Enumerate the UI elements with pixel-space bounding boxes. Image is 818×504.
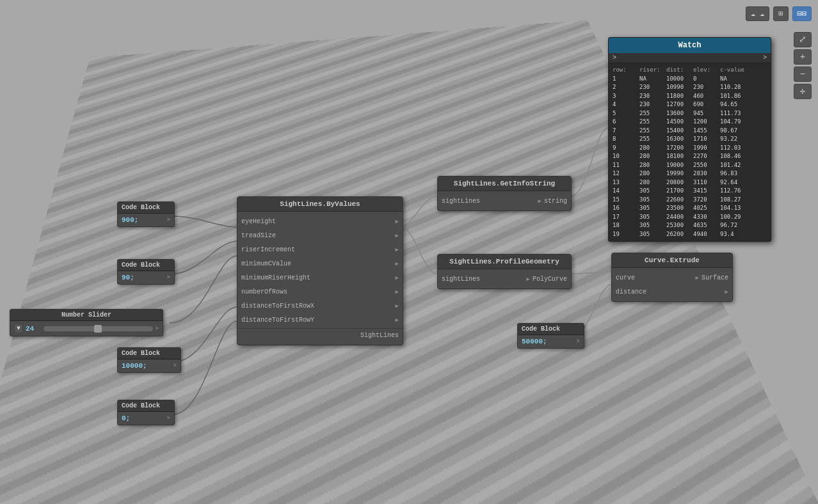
nav-minus-btn[interactable]: −	[794, 67, 812, 82]
watch-table-cell: 25300	[666, 221, 691, 230]
watch-table-header-row: row:riser:dist:elev:c-value	[613, 66, 767, 75]
code-block-90: Code Block 90; >	[117, 259, 175, 285]
watch-table-cell: 10990	[666, 83, 691, 92]
toolbar-screen-btn[interactable]: ⊟⊟	[792, 6, 812, 21]
watch-table: row:riser:dist:elev:c-value1NA100000NA22…	[609, 63, 771, 241]
port-label-riserIncrement: riserIncrement	[241, 246, 393, 253]
watch-table-cell: 280	[639, 169, 664, 178]
watch-table-cell: 92.64	[720, 178, 744, 187]
port-row-riserIncrement: riserIncrement ▶	[237, 242, 403, 256]
code-block-0: Code Block 0; >	[117, 400, 175, 425]
sightlines-profilegeometry-header: SightLines.ProfileGeometry	[438, 255, 571, 269]
sightlines-getinfostring-body: sightLines ▶ string	[438, 191, 571, 210]
code-block-0-header: Code Block	[118, 400, 174, 412]
nav-expand-btn[interactable]: ⤢	[794, 32, 812, 47]
port-out-surface: Surface	[702, 274, 728, 281]
port-row-distanceToFirstRowX: distanceToFirstRowX ▶	[237, 299, 403, 313]
watch-table-cell: 96.83	[720, 169, 744, 178]
watch-table-cell: 280	[639, 144, 664, 153]
watch-btn-left[interactable]: >	[613, 54, 616, 61]
watch-table-cell: 305	[639, 204, 664, 213]
port-label-minimumCValue: minimumCValue	[241, 260, 393, 267]
port-out-string: string	[544, 198, 567, 205]
watch-table-cell: 24400	[666, 213, 691, 222]
slider-thumb[interactable]	[94, 325, 102, 333]
code-block-90-value[interactable]: 90;	[122, 274, 134, 281]
toolbar-cloud-btn[interactable]: ☁ ☁	[746, 6, 770, 21]
watch-table-cell: 7	[613, 127, 637, 136]
watch-table-cell: 230	[639, 92, 664, 101]
watch-table-cell: 101.86	[720, 92, 744, 101]
watch-table-cell: 10	[613, 152, 637, 161]
curve-extrude-body: curve ▶ Surface distance ▶	[612, 268, 732, 301]
sightlines-profilegeometry-node: SightLines.ProfileGeometry sightLines ▶ …	[437, 254, 572, 289]
nav-cross-btn[interactable]: ✛	[794, 84, 812, 99]
watch-table-row: 9280172001990112.03	[613, 144, 767, 153]
watch-table-row: 525513600945111.73	[613, 109, 767, 118]
watch-table-cell: 1990	[693, 144, 718, 153]
watch-table-cell: 104.13	[720, 204, 744, 213]
watch-table-cell: 16	[613, 204, 637, 213]
code-block-10000-value[interactable]: 10000;	[122, 362, 147, 370]
sightlines-getinfostring-node: SightLines.GetInfoString sightLines ▶ st…	[437, 176, 572, 211]
watch-table-cell: 3	[613, 92, 637, 101]
watch-table-cell: 305	[639, 221, 664, 230]
number-slider[interactable]: Number Slider ▼ 24 >	[10, 309, 163, 336]
watch-table-cell: 305	[639, 187, 664, 196]
watch-table-cell: 111.73	[720, 109, 744, 118]
toolbar-top-right: ☁ ☁ ⊞ ⊟⊟	[746, 6, 812, 21]
watch-table-cell: 14	[613, 187, 637, 196]
watch-table-cell: 690	[693, 100, 718, 109]
port-label-minimumRiserHeight: minimumRiserHeight	[241, 274, 393, 281]
watch-header: Watch	[609, 38, 771, 53]
watch-table-cell: 1710	[693, 135, 718, 144]
watch-table-cell: 8	[613, 135, 637, 144]
port-label-numberOfRows: numberOfRows	[241, 288, 393, 295]
code-block-0-value[interactable]: 0;	[122, 414, 130, 422]
port-row-curve: curve ▶ Surface	[612, 271, 732, 285]
watch-table-cell: 230	[639, 100, 664, 109]
watch-table-cell: 3110	[693, 178, 718, 187]
watch-table-cell: 3720	[693, 196, 718, 205]
watch-table-cell: 255	[639, 118, 664, 127]
sightlines-byvalues-body: eyeHeight ▶ treadSize ▶ riserIncrement ▶…	[237, 212, 403, 345]
sightlines-profilegeometry-body: sightLines ▶ PolyCurve	[438, 269, 571, 288]
code-block-900-port: >	[167, 217, 170, 223]
watch-table-cell: 230	[693, 83, 718, 92]
code-block-50000-value[interactable]: 50000;	[522, 338, 547, 345]
nav-plus-btn[interactable]: +	[794, 49, 812, 65]
watch-table-cell: 108.27	[720, 196, 744, 205]
watch-table-cell: 5	[613, 109, 637, 118]
watch-table-cell: 20800	[666, 178, 691, 187]
watch-btn-right[interactable]: >	[763, 54, 767, 61]
watch-table-row: 42301270069094.65	[613, 100, 767, 109]
slider-dropdown[interactable]: ▼	[14, 324, 23, 333]
watch-table-row: 11280190002550101.42	[613, 161, 767, 170]
watch-col-header: c-value	[720, 66, 744, 75]
slider-value: 24	[26, 325, 41, 333]
watch-table-cell: 255	[639, 135, 664, 144]
port-out-sightlines: SightLines	[360, 332, 399, 339]
port-label-sightlines-2: sightLines	[442, 276, 524, 283]
watch-table-cell: 4940	[693, 230, 718, 239]
watch-table-cell: 13	[613, 178, 637, 187]
watch-table-cell: 96.72	[720, 221, 744, 230]
code-block-50000-port: >	[577, 338, 580, 345]
watch-table-row: 16305235004025104.13	[613, 204, 767, 213]
code-block-900-header: Code Block	[118, 202, 174, 214]
watch-table-cell: 255	[639, 127, 664, 136]
code-block-900-value[interactable]: 900;	[122, 216, 138, 224]
watch-table-cell: 17200	[666, 144, 691, 153]
port-row-minimumRiserHeight: minimumRiserHeight ▶	[237, 271, 403, 285]
port-row-distance: distance ▶	[612, 285, 732, 299]
code-block-10000: Code Block 10000; >	[117, 347, 181, 373]
watch-table-row: 1228019990283096.83	[613, 169, 767, 178]
watch-table-cell: 94.65	[720, 100, 744, 109]
watch-col-header: row:	[613, 66, 637, 75]
watch-table-row: 825516300171093.22	[613, 135, 767, 144]
watch-table-cell: 104.79	[720, 118, 744, 127]
watch-table-cell: 0	[693, 75, 718, 84]
slider-track[interactable]	[44, 326, 153, 331]
toolbar-grid-btn[interactable]: ⊞	[773, 6, 788, 21]
port-label-curve: curve	[616, 274, 693, 281]
